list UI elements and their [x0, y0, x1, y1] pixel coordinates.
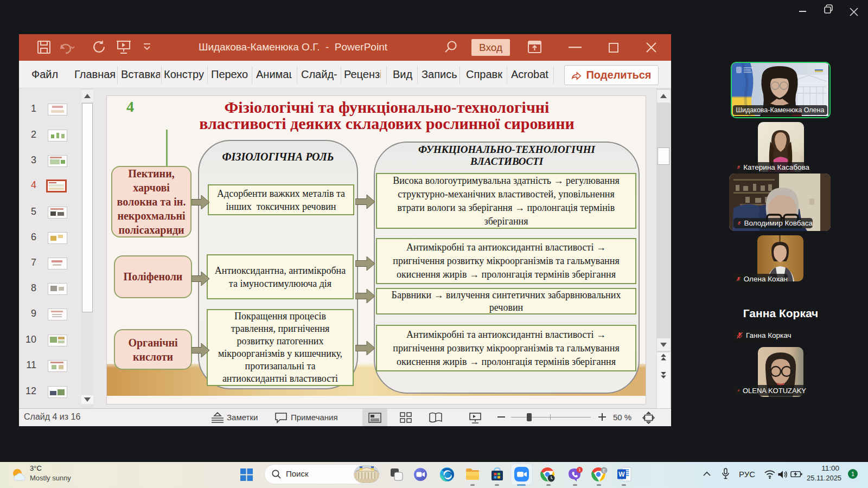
svg-text:W: W	[618, 471, 625, 478]
svg-text:E: E	[603, 468, 606, 473]
svg-text:1: 1	[578, 467, 581, 472]
